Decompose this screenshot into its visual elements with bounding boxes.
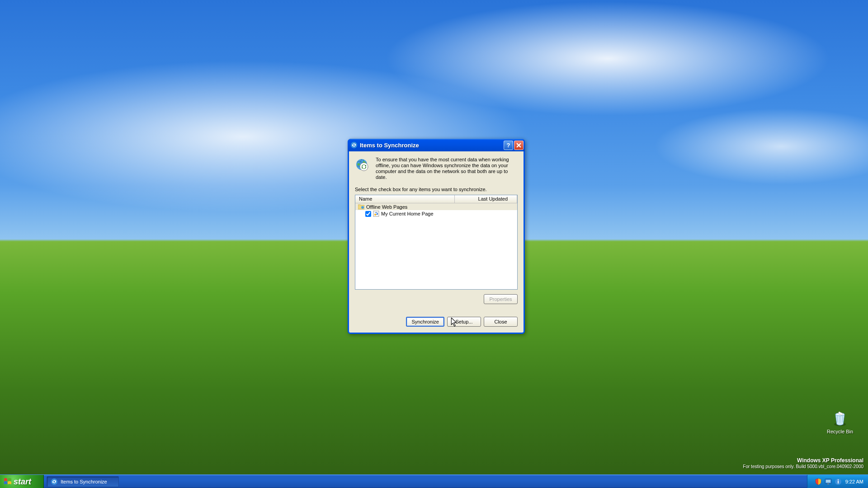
- close-icon[interactable]: [514, 141, 524, 150]
- svg-point-5: [361, 206, 364, 209]
- system-tray[interactable]: 9:22 AM: [807, 475, 868, 488]
- recycle-bin-icon: [831, 409, 849, 427]
- taskbar-button-label: Items to Synchronize: [61, 479, 107, 484]
- group-label: Offline Web Pages: [366, 204, 407, 210]
- svg-rect-14: [838, 479, 839, 480]
- listview-header[interactable]: Name Last Updated: [355, 195, 517, 203]
- tray-info-icon[interactable]: [835, 478, 842, 485]
- sync-icon: [51, 478, 58, 485]
- dialog-title: Items to Synchronize: [360, 142, 501, 149]
- tray-shield-icon[interactable]: [815, 478, 822, 485]
- taskbar-task-buttons: Items to Synchronize: [44, 475, 807, 488]
- listview-group-offline-web-pages[interactable]: Offline Web Pages: [355, 203, 517, 210]
- tray-display-icon[interactable]: [825, 478, 832, 485]
- start-button[interactable]: start: [0, 475, 44, 488]
- dialog-intro-text: To ensure that you have the most current…: [376, 157, 518, 180]
- item-label: My Current Home Page: [381, 211, 434, 216]
- desktop[interactable]: Recycle Bin Windows XP Professional For …: [0, 0, 868, 488]
- column-header-last-updated[interactable]: Last Updated: [455, 195, 517, 203]
- sync-icon: [350, 141, 358, 149]
- build-info: Windows XP Professional For testing purp…: [743, 457, 863, 470]
- item-checkbox[interactable]: [365, 211, 371, 217]
- build-number-label: For testing purposes only. Build 5000.vb…: [743, 464, 863, 470]
- close-button[interactable]: Close: [484, 317, 518, 327]
- dialog-items-to-synchronize: Items to Synchronize ?: [348, 139, 525, 334]
- taskbar-clock[interactable]: 9:22 AM: [845, 479, 863, 484]
- svg-rect-13: [838, 481, 839, 483]
- folder-web-icon: [358, 204, 364, 210]
- taskbar-button-items-to-synchronize[interactable]: Items to Synchronize: [47, 476, 119, 487]
- select-instruction-label: Select the check box for any items you w…: [355, 187, 518, 192]
- column-header-name[interactable]: Name: [355, 195, 455, 203]
- svg-rect-6: [373, 211, 379, 216]
- svg-point-7: [374, 214, 376, 216]
- build-edition-label: Windows XP Professional: [743, 457, 863, 464]
- globe-sync-icon: [355, 158, 371, 174]
- dialog-titlebar[interactable]: Items to Synchronize ?: [348, 139, 525, 151]
- dialog-body: To ensure that you have the most current…: [349, 151, 524, 333]
- recycle-bin-label: Recycle Bin: [823, 429, 857, 434]
- windows-logo-icon: [4, 478, 12, 486]
- ie-page-icon: [373, 211, 379, 217]
- setup-button[interactable]: Setup...: [447, 317, 481, 327]
- svg-point-8: [51, 479, 57, 485]
- taskbar: start Items to Synchronize 9:22 AM: [0, 474, 868, 488]
- help-button[interactable]: ?: [504, 141, 513, 150]
- synchronize-button[interactable]: Synchronize: [406, 317, 444, 327]
- sync-items-listview[interactable]: Name Last Updated Offline Web Pages: [355, 195, 518, 290]
- start-label: start: [14, 477, 31, 487]
- desktop-icon-recycle-bin[interactable]: Recycle Bin: [823, 409, 857, 434]
- svg-point-2: [351, 142, 357, 148]
- svg-point-4: [360, 163, 368, 171]
- svg-rect-11: [827, 483, 829, 484]
- properties-button: Properties: [484, 294, 518, 304]
- listview-item-my-current-home-page[interactable]: My Current Home Page: [355, 210, 517, 217]
- svg-rect-10: [826, 480, 830, 483]
